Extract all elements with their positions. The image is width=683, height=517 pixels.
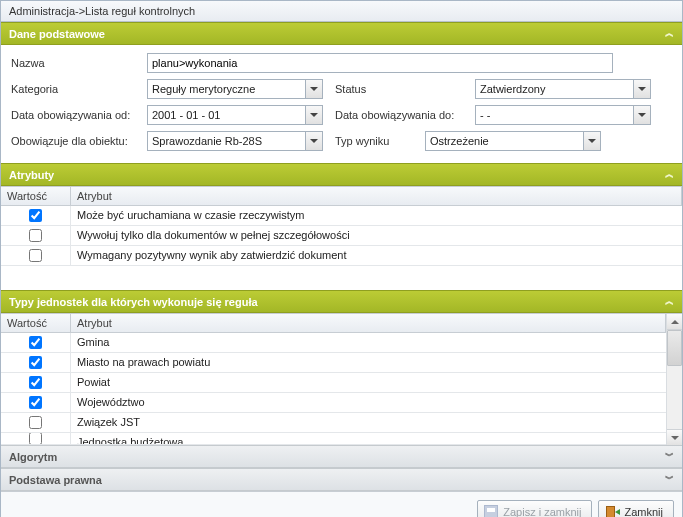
col-header-attr[interactable]: Atrybut (71, 187, 682, 205)
cell-value (1, 246, 71, 265)
col-header-value[interactable]: Wartość (1, 314, 71, 332)
table-row[interactable]: Związek JST (1, 413, 666, 433)
chevron-up-icon: ︽ (665, 168, 674, 181)
door-exit-icon (605, 505, 619, 517)
row-checkbox[interactable] (29, 209, 42, 222)
cell-attr: Może być uruchamiana w czasie rzeczywist… (71, 206, 682, 225)
chevron-down-icon: ︾ (665, 450, 674, 463)
grid-empty-area (1, 266, 682, 290)
section-title: Dane podstawowe (9, 28, 105, 40)
section-header-algo[interactable]: Algorytm ︾ (1, 445, 682, 468)
status-combo[interactable]: Zatwierdzony (475, 79, 651, 99)
valid-to-value: - - (476, 106, 633, 124)
button-bar: Zapisz i zamknij Zamknij (1, 491, 682, 517)
cell-value (1, 226, 71, 245)
table-row[interactable]: Gmina (1, 333, 666, 353)
scroll-thumb[interactable] (667, 330, 682, 366)
save-and-close-button: Zapisz i zamknij (477, 500, 592, 517)
chevron-down-icon[interactable] (633, 80, 650, 98)
section-body-basic: Nazwa Kategoria Reguły merytoryczne Stat… (1, 45, 682, 163)
scrollbar[interactable] (666, 314, 682, 445)
cell-value (1, 433, 71, 444)
chevron-down-icon[interactable] (305, 132, 322, 150)
row-checkbox[interactable] (29, 229, 42, 242)
table-row[interactable]: Miasto na prawach powiatu (1, 353, 666, 373)
valid-to-date[interactable]: - - (475, 105, 651, 125)
chevron-down-icon[interactable] (305, 106, 322, 124)
label-valid-to: Data obowiązywania do: (329, 109, 469, 121)
chevron-up-icon: ︽ (665, 27, 674, 40)
cell-attr: Gmina (71, 333, 666, 352)
label-applies: Obowiązuje dla obiektu: (11, 135, 141, 147)
row-checkbox[interactable] (29, 249, 42, 262)
col-header-value[interactable]: Wartość (1, 187, 71, 205)
scroll-up-icon[interactable] (667, 314, 682, 330)
button-label: Zapisz i zamknij (503, 506, 581, 517)
chevron-down-icon: ︾ (665, 473, 674, 486)
row-checkbox[interactable] (29, 356, 42, 369)
cell-attr: Wymagany pozytywny wynik aby zatwierdzić… (71, 246, 682, 265)
chevron-down-icon[interactable] (305, 80, 322, 98)
table-row[interactable]: Województwo (1, 393, 666, 413)
save-icon (484, 505, 498, 517)
section-title: Atrybuty (9, 169, 54, 181)
cell-attr: Wywołuj tylko dla dokumentów w pełnej sz… (71, 226, 682, 245)
name-input[interactable] (147, 53, 613, 73)
button-label: Zamknij (624, 506, 663, 517)
section-header-attrs[interactable]: Atrybuty ︽ (1, 163, 682, 186)
applies-combo[interactable]: Sprawozdanie Rb-28S (147, 131, 323, 151)
scroll-track-area[interactable] (667, 366, 682, 429)
section-title: Algorytm (9, 451, 57, 463)
section-header-basic[interactable]: Dane podstawowe ︽ (1, 22, 682, 45)
section-title: Typy jednostek dla których wykonuje się … (9, 296, 258, 308)
cell-attr: Powiat (71, 373, 666, 392)
cell-attr: Miasto na prawach powiatu (71, 353, 666, 372)
table-row[interactable]: Powiat (1, 373, 666, 393)
module-window: Administracja->Lista reguł kontrolnych D… (0, 0, 683, 517)
section-header-units[interactable]: Typy jednostek dla których wykonuje się … (1, 290, 682, 313)
label-category: Kategoria (11, 83, 141, 95)
grid-header: Wartość Atrybut (1, 314, 666, 333)
close-button[interactable]: Zamknij (598, 500, 674, 517)
row-checkbox[interactable] (29, 433, 42, 445)
result-type-combo[interactable]: Ostrzeżenie (425, 131, 601, 151)
table-row[interactable]: Wywołuj tylko dla dokumentów w pełnej sz… (1, 226, 682, 246)
status-value: Zatwierdzony (476, 80, 633, 98)
cell-value (1, 333, 71, 352)
grid-header: Wartość Atrybut (1, 187, 682, 206)
label-valid-from: Data obowiązywania od: (11, 109, 141, 121)
section-title: Podstawa prawna (9, 474, 102, 486)
cell-value (1, 393, 71, 412)
table-row[interactable]: Wymagany pozytywny wynik aby zatwierdzić… (1, 246, 682, 266)
cell-attr: Jednostka budżetowa (71, 433, 666, 444)
scroll-down-icon[interactable] (667, 429, 682, 445)
section-header-legal[interactable]: Podstawa prawna ︾ (1, 468, 682, 491)
valid-from-date[interactable]: 2001 - 01 - 01 (147, 105, 323, 125)
table-row[interactable]: Może być uruchamiana w czasie rzeczywist… (1, 206, 682, 226)
attrs-grid: Wartość Atrybut Może być uruchamiana w c… (1, 186, 682, 290)
chevron-down-icon[interactable] (583, 132, 600, 150)
row-checkbox[interactable] (29, 336, 42, 349)
cell-value (1, 413, 71, 432)
col-header-attr[interactable]: Atrybut (71, 314, 666, 332)
category-combo[interactable]: Reguły merytoryczne (147, 79, 323, 99)
row-checkbox[interactable] (29, 416, 42, 429)
result-type-value: Ostrzeżenie (426, 132, 583, 150)
category-value: Reguły merytoryczne (148, 80, 305, 98)
label-status: Status (329, 83, 469, 95)
cell-attr: Województwo (71, 393, 666, 412)
chevron-up-icon: ︽ (665, 295, 674, 308)
units-grid: Wartość Atrybut GminaMiasto na prawach p… (1, 313, 682, 445)
valid-from-value: 2001 - 01 - 01 (148, 106, 305, 124)
label-name: Nazwa (11, 57, 141, 69)
cell-value (1, 353, 71, 372)
window-title: Administracja->Lista reguł kontrolnych (1, 1, 682, 22)
cell-value (1, 373, 71, 392)
cell-attr: Związek JST (71, 413, 666, 432)
cell-value (1, 206, 71, 225)
label-result-type: Typ wyniku (329, 135, 419, 147)
table-row[interactable]: Jednostka budżetowa (1, 433, 666, 445)
chevron-down-icon[interactable] (633, 106, 650, 124)
row-checkbox[interactable] (29, 376, 42, 389)
row-checkbox[interactable] (29, 396, 42, 409)
